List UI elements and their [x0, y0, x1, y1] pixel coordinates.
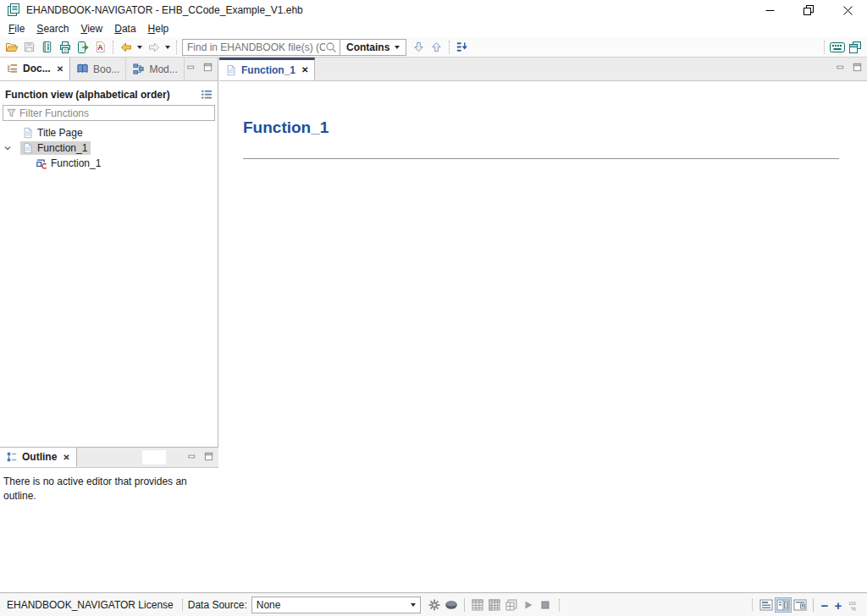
thumbnail-view-button[interactable] — [792, 597, 809, 613]
close-icon[interactable]: ✕ — [301, 65, 308, 74]
close-icon[interactable]: ✕ — [57, 64, 64, 74]
editor-area: Function_1 ✕ Function_1 — [219, 58, 867, 592]
zoom-level-button[interactable]: 100 % — [845, 597, 862, 613]
single-page-view-button[interactable] — [758, 597, 775, 613]
map-table-button[interactable] — [486, 597, 503, 613]
forward-button[interactable] — [145, 38, 163, 56]
stop-button[interactable] — [537, 597, 554, 613]
page-icon — [22, 142, 34, 154]
license-label: EHANDBOOK_NAVIGATOR License — [7, 599, 174, 611]
toolbar-separator — [176, 41, 177, 54]
perspective-button[interactable] — [846, 38, 864, 56]
outline-icon — [6, 451, 18, 463]
back-button[interactable] — [117, 38, 135, 56]
menu-view[interactable]: View — [75, 21, 108, 36]
zoom-in-button[interactable]: + — [831, 597, 845, 613]
tab-document-view[interactable]: Doc... ✕ — [0, 58, 70, 80]
export-button[interactable] — [74, 38, 91, 56]
left-pane-controls — [186, 63, 213, 72]
settings-button[interactable] — [426, 597, 443, 613]
tab-book-view[interactable]: Boo... — [70, 58, 126, 80]
menu-search[interactable]: Search — [30, 21, 75, 36]
back-history-dropdown[interactable] — [135, 38, 145, 56]
left-tab-bar: Doc... ✕ Boo... Mod... — [0, 58, 218, 81]
tab-function-1-editor[interactable]: Function_1 ✕ — [219, 58, 315, 80]
restore-window-icon[interactable] — [789, 0, 828, 20]
tab-label: Function_1 — [241, 64, 295, 76]
tab-model-view[interactable]: Mod... — [126, 58, 184, 80]
expand-collapse-button[interactable] — [453, 38, 471, 56]
toolbar-right-group — [820, 38, 867, 56]
tab-outline[interactable]: Outline ✕ — [0, 448, 77, 467]
toolbar-separator — [449, 41, 450, 54]
filter-box — [3, 105, 215, 121]
save-button[interactable] — [20, 38, 38, 56]
zoom-out-button[interactable]: − — [818, 597, 831, 613]
tree-item-title-page[interactable]: Title Page — [0, 125, 218, 140]
main-toolbar: A Contains — [0, 37, 867, 58]
menu-data[interactable]: Data — [108, 21, 141, 36]
print-button[interactable] — [56, 38, 74, 56]
keyboard-shortcuts-button[interactable] — [828, 38, 846, 56]
outline-tab-bar: Outline ✕ — [0, 448, 218, 468]
statusbar-separator — [559, 599, 560, 611]
menu-help[interactable]: Help — [142, 21, 175, 36]
toolbar-separator — [113, 41, 113, 54]
split-view-button[interactable] — [775, 597, 792, 613]
chevron-down-icon — [165, 46, 170, 49]
thumbnail-view-icon — [793, 599, 807, 611]
view-menu-icon[interactable] — [201, 90, 213, 100]
contains-label: Contains — [346, 41, 389, 53]
data-source-select[interactable]: None — [251, 597, 421, 613]
tree-item-function-1-model[interactable]: Function_1 — [0, 156, 218, 171]
tree-item-function-1[interactable]: Function_1 — [0, 140, 218, 156]
maximize-pane-icon[interactable] — [853, 63, 862, 72]
minimize-window-icon[interactable] — [750, 0, 789, 20]
close-window-icon[interactable] — [828, 0, 867, 20]
contains-dropdown[interactable]: Contains — [340, 39, 406, 56]
chevron-down-icon[interactable] — [3, 144, 14, 154]
open-book-button[interactable] — [38, 38, 56, 56]
minimize-pane-icon[interactable] — [836, 63, 845, 72]
function-view-header: Function view (alphabetical order) — [5, 89, 213, 101]
minimize-pane-icon[interactable] — [186, 63, 196, 72]
pdf-icon: A — [94, 41, 107, 53]
window-controls — [750, 0, 867, 20]
pdf-export-button[interactable]: A — [91, 38, 109, 56]
maximize-pane-icon[interactable] — [203, 63, 213, 72]
zoom-level-unit: % — [851, 605, 856, 611]
maximize-pane-icon[interactable] — [204, 452, 213, 461]
statusbar-right-group: − + 100 % — [747, 593, 862, 616]
arrow-up-icon — [430, 41, 443, 53]
page-icon — [225, 64, 237, 76]
curve-table-icon — [505, 599, 517, 611]
function-tree: Title Page Function_1 — [0, 125, 218, 171]
page-icon — [22, 127, 34, 139]
find-input[interactable] — [187, 41, 325, 53]
save-icon — [23, 41, 36, 53]
window-title: EHANDBOOK-NAVIGATOR - EHB_CCode_Example_… — [26, 4, 303, 16]
zoom-level-icon: 100 % — [848, 599, 860, 612]
minimize-pane-icon[interactable] — [187, 452, 196, 461]
value-table-button[interactable] — [469, 597, 486, 613]
value-table-icon — [472, 599, 483, 611]
editor-tab-bar: Function_1 ✕ — [219, 58, 867, 81]
outline-pane-controls — [187, 452, 213, 461]
menu-file[interactable]: File — [3, 21, 30, 36]
curve-table-button[interactable] — [503, 597, 520, 613]
filter-functions-input[interactable] — [19, 107, 211, 119]
status-bar: EHANDBOOK_NAVIGATOR License Data Source:… — [0, 592, 867, 616]
app-icon — [7, 3, 20, 17]
data-visibility-button[interactable] — [443, 597, 460, 613]
chevron-down-icon — [411, 603, 416, 607]
start-button[interactable] — [520, 597, 537, 613]
find-previous-button[interactable] — [428, 38, 445, 56]
open-file-button[interactable] — [3, 38, 20, 56]
find-next-button[interactable] — [410, 38, 428, 56]
map-table-icon — [489, 599, 500, 611]
forward-history-dropdown[interactable] — [163, 38, 173, 56]
close-icon[interactable]: ✕ — [63, 453, 69, 462]
perspective-icon — [848, 41, 862, 54]
model-view-icon — [132, 63, 145, 75]
tab-label: Mod... — [149, 63, 177, 75]
